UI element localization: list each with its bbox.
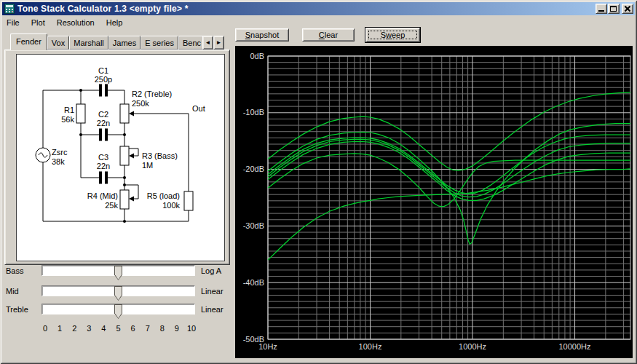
label-r5: R5 (load) — [147, 191, 180, 200]
bass-slider-thumb[interactable] — [114, 266, 122, 280]
label-c3-value: 22n — [97, 162, 110, 170]
label-r1: R1 — [64, 106, 74, 114]
potentiometer-r2 — [120, 104, 129, 123]
menu-file[interactable]: File — [3, 17, 23, 28]
response-curve-sweep-6 — [268, 154, 630, 207]
tab-strip: FenderVoxMarshallJamesE seriesBenc — [10, 33, 205, 50]
treble-taper-label: Linear — [201, 305, 223, 314]
y-tick-label: -10dB — [243, 108, 264, 116]
tab-james[interactable]: James — [108, 36, 141, 50]
wiper-arrow-r2 — [129, 111, 134, 116]
resistor-r5 — [184, 191, 193, 210]
response-curve-sweep-7 — [268, 169, 630, 260]
clear-button[interactable]: Clear — [302, 28, 355, 41]
scale-tick-10: 10 — [187, 324, 196, 333]
label-r4-value: 25k — [105, 201, 118, 210]
label-zsrc: Zsrc — [52, 148, 68, 157]
close-icon — [624, 8, 631, 9]
app-window: Tone Stack Calculator 1.3 <empty file> *… — [0, 0, 637, 364]
capacitor-c1-plate — [99, 84, 102, 97]
label-r2-value: 250k — [132, 99, 149, 108]
label-r2: R2 (Treble) — [132, 90, 172, 98]
tab-e-series[interactable]: E series — [141, 36, 178, 50]
snapshot-button[interactable]: Snapshot — [235, 28, 289, 41]
treble-slider[interactable] — [41, 304, 195, 314]
x-tick-label: 10000Hz — [558, 342, 590, 351]
tab-marshall[interactable]: Marshall — [69, 36, 108, 50]
schematic-canvas: C1 250p R2 (Treble) 250k R1 56k C2 22n C… — [16, 54, 225, 261]
maximize-button[interactable] — [608, 4, 620, 14]
menu-plot[interactable]: Plot — [28, 17, 49, 28]
label-out: Out — [192, 104, 205, 113]
tab-vox[interactable]: Vox — [47, 36, 69, 50]
bass-slider[interactable] — [41, 265, 195, 276]
scale-tick-0: 0 — [43, 324, 47, 333]
x-tick-label: 10Hz — [258, 342, 277, 351]
plot-area: 0dB-10dB-20dB-30dB-40dB-50dB10Hz100Hz100… — [235, 46, 633, 358]
label-r1-value: 56k — [61, 115, 74, 124]
label-r4: R4 (Mid) — [87, 191, 118, 200]
label-r3: R3 (Bass) — [142, 151, 178, 160]
tab-scroll-right-button[interactable]: ► — [213, 36, 224, 50]
potentiometer-r3 — [120, 146, 129, 165]
slider-scale: 012345678910 — [41, 324, 195, 333]
scale-tick-1: 1 — [58, 324, 62, 333]
frequency-response-plot: 0dB-10dB-20dB-30dB-40dB-50dB10Hz100Hz100… — [235, 46, 633, 358]
tab-fender[interactable]: Fender — [10, 33, 47, 50]
menu-help[interactable]: Help — [103, 17, 127, 28]
scale-tick-6: 6 — [131, 324, 135, 333]
junction-dot — [79, 133, 82, 136]
scale-tick-4: 4 — [101, 324, 106, 333]
junction-dot — [79, 89, 82, 92]
scale-tick-9: 9 — [175, 324, 179, 333]
junction-dot — [123, 183, 126, 186]
label-c3: C3 — [98, 153, 108, 162]
resistor-r1 — [76, 104, 85, 123]
capacitor-c1-plate — [105, 84, 108, 97]
capacitor-c3-plate — [99, 172, 102, 184]
bass-taper-label: Log A — [201, 266, 221, 275]
tab-scroll-left-button[interactable]: ◄ — [202, 36, 213, 50]
junction-dot — [123, 220, 126, 223]
snapshot-button-label: Snapshot — [245, 31, 280, 39]
close-button[interactable] — [622, 4, 633, 14]
x-tick-label: 100Hz — [359, 342, 382, 351]
plot-border — [268, 56, 630, 339]
capacitor-c3-plate — [105, 172, 108, 184]
minimize-button[interactable] — [596, 4, 607, 14]
scale-tick-2: 2 — [72, 324, 76, 333]
scale-tick-7: 7 — [146, 324, 150, 333]
minimize-icon — [598, 10, 604, 12]
junction-dot — [123, 133, 126, 136]
app-icon — [4, 4, 15, 14]
scale-tick-5: 5 — [116, 324, 120, 333]
tab-benc[interactable]: Benc — [178, 36, 205, 50]
menu-resolution[interactable]: Resolution — [53, 17, 98, 28]
sine-icon — [39, 153, 47, 157]
y-tick-label: -30dB — [243, 221, 264, 230]
label-c1-value: 250p — [95, 75, 112, 84]
mid-slider-thumb[interactable] — [114, 286, 122, 301]
capacitor-c2-plate — [105, 129, 108, 141]
sweep-button-label: Sweep — [381, 31, 405, 39]
sweep-button[interactable]: Sweep — [365, 28, 420, 42]
y-tick-label: -40dB — [243, 278, 264, 287]
wiper-arrow-r4 — [129, 197, 134, 202]
y-tick-label: -20dB — [243, 165, 264, 173]
potentiometer-r4 — [120, 190, 129, 209]
mid-label: Mid — [6, 287, 39, 296]
x-tick-label: 1000Hz — [459, 342, 486, 351]
treble-slider-thumb[interactable] — [114, 304, 122, 319]
window-title: Tone Stack Calculator 1.3 <empty file> * — [17, 4, 189, 14]
label-c1: C1 — [98, 66, 108, 75]
wiper-arrow-r3 — [129, 154, 134, 159]
titlebar[interactable]: Tone Stack Calculator 1.3 <empty file> * — [2, 2, 635, 15]
window-controls — [596, 4, 633, 14]
y-tick-label: 0dB — [250, 52, 264, 60]
mid-slider[interactable] — [41, 285, 195, 296]
schematic-panel: C1 250p R2 (Treble) 250k R1 56k C2 22n C… — [4, 50, 230, 265]
label-zsrc-value: 38k — [52, 157, 65, 166]
arrow-right-icon: ► — [216, 39, 222, 46]
label-r5-value: 100k — [162, 201, 180, 210]
label-c2-value: 22n — [97, 119, 110, 127]
